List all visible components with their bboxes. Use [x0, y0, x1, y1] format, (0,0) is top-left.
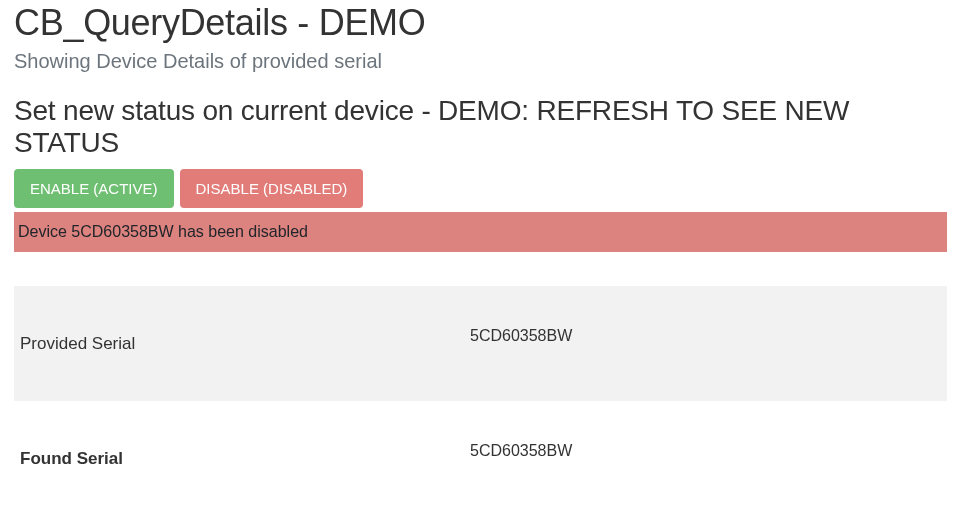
enable-button[interactable]: ENABLE (ACTIVE): [14, 169, 174, 208]
disable-button[interactable]: DISABLE (DISABLED): [180, 169, 364, 208]
detail-label: Provided Serial: [20, 334, 470, 354]
detail-row-provided-serial: Provided Serial 5CD60358BW: [14, 286, 947, 401]
page-subtitle: Showing Device Details of provided seria…: [14, 50, 947, 73]
detail-value: 5CD60358BW: [470, 442, 941, 460]
status-button-row: ENABLE (ACTIVE) DISABLE (DISABLED): [14, 169, 947, 208]
page-title: CB_QueryDetails - DEMO: [14, 2, 947, 44]
detail-label: Found Serial: [20, 449, 470, 469]
status-heading: Set new status on current device - DEMO:…: [14, 95, 947, 159]
status-alert: Device 5CD60358BW has been disabled: [14, 212, 947, 252]
detail-row-found-serial: Found Serial 5CD60358BW: [14, 401, 947, 508]
detail-value: 5CD60358BW: [470, 327, 941, 345]
